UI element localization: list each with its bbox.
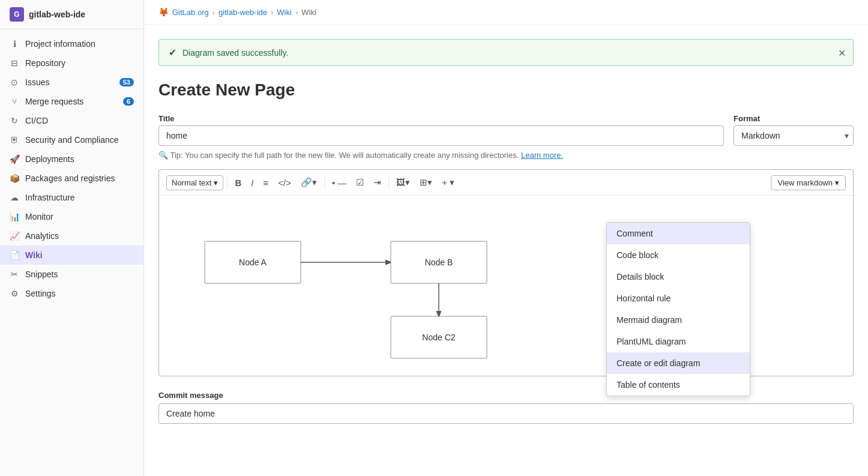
dropdown-item-plantuml-diagram[interactable]: PlantUML diagram (607, 331, 750, 352)
dropdown-item-create-edit-diagram[interactable]: Create or edit diagram (607, 352, 750, 374)
dropdown-item-mermaid-diagram[interactable]: Mermaid diagram (607, 309, 750, 331)
title-group: Title (158, 114, 724, 146)
view-markdown-label: View markdown (777, 178, 833, 187)
wiki-icon: 📄 (10, 250, 19, 260)
check-circle-icon: ✔ (169, 47, 176, 58)
sidebar-nav: ℹ Project information ⊟ Repository ⊙ Iss… (0, 29, 143, 308)
chevron-down-icon-2: ▾ (835, 178, 839, 187)
link-button[interactable]: 🔗▾ (297, 175, 321, 190)
sidebar-item-deployments[interactable]: 🚀 Deployments (0, 149, 143, 169)
deployments-icon: 🚀 (10, 154, 19, 164)
sidebar-item-issues[interactable]: ⊙ Issues 53 (0, 73, 143, 92)
image-button[interactable]: 🖼▾ (393, 175, 414, 190)
sidebar-item-security[interactable]: ⛨ Security and Compliance (0, 130, 143, 149)
dropdown-item-details-block[interactable]: Details block (607, 266, 750, 288)
sidebar-item-label-cicd: CI/CD (25, 116, 48, 125)
diagram-canvas: Node A Node B Node C2 (169, 205, 505, 361)
commit-input[interactable] (158, 403, 854, 424)
format-label: Format (734, 114, 854, 123)
breadcrumb-sep-2: › (271, 8, 273, 17)
sidebar-item-label-repository: Repository (25, 58, 65, 68)
checklist-button[interactable]: ☑ (352, 175, 367, 190)
sidebar-item-label-deployments: Deployments (25, 154, 74, 164)
breadcrumb-sep-1: › (212, 8, 215, 17)
sidebar-item-snippets[interactable]: ✂ Snippets (0, 265, 143, 284)
title-input[interactable] (158, 125, 724, 146)
view-markdown-button[interactable]: View markdown ▾ (771, 175, 846, 190)
page-content: ✔ Diagram saved successfully. ✕ Create N… (144, 25, 868, 476)
dropdown-item-code-block[interactable]: Code block (607, 244, 750, 266)
learn-more-link[interactable]: Learn more. (521, 151, 563, 160)
sidebar-item-packages[interactable]: 📦 Packages and registries (0, 169, 143, 188)
sidebar-item-label-merge-requests: Merge requests (25, 97, 83, 106)
sidebar-item-infrastructure[interactable]: ☁ Infrastructure (0, 188, 143, 207)
sidebar-item-label-security: Security and Compliance (25, 135, 119, 145)
plus-button[interactable]: + ▾ (438, 175, 458, 190)
sidebar-item-label-issues: Issues (25, 77, 49, 87)
breadcrumb-current: Wiki (301, 8, 316, 17)
alert-message: Diagram saved successfully. (182, 48, 288, 58)
merge-icon: ⑂ (10, 97, 19, 106)
toolbar-separator-2 (324, 176, 325, 188)
format-select[interactable]: Markdown AsciiDoc RDoc (734, 125, 854, 146)
format-group: Format Markdown AsciiDoc RDoc ▾ (734, 114, 854, 146)
bold-button[interactable]: B (231, 175, 245, 190)
sidebar-item-analytics[interactable]: 📈 Analytics (0, 226, 143, 246)
toolbar-separator-1 (227, 176, 228, 188)
sidebar-header: G gitlab-web-ide (0, 0, 143, 29)
insert-dropdown-menu: CommentCode blockDetails blockHorizontal… (606, 222, 750, 396)
dropdown-item-comment[interactable]: Comment (607, 223, 750, 244)
sidebar-item-settings[interactable]: ⚙ Settings (0, 284, 143, 303)
sidebar-item-label-project-info: Project information (25, 39, 95, 49)
sidebar-item-label-monitor: Monitor (25, 212, 53, 221)
unordered-list-button[interactable]: • — (328, 175, 350, 190)
breadcrumb-project[interactable]: gitlab-web-ide (219, 8, 267, 17)
svg-text:Node A: Node A (239, 258, 267, 267)
breadcrumb-section[interactable]: Wiki (277, 8, 292, 17)
table-button[interactable]: ⊞▾ (416, 175, 436, 190)
form-section: Title Format Markdown AsciiDoc RDoc ▾ (158, 114, 854, 160)
sidebar-item-wiki[interactable]: 📄 Wiki (0, 246, 143, 265)
info-circle-icon: ℹ (10, 39, 19, 49)
packages-icon: 📦 (10, 173, 19, 183)
project-avatar: G (10, 7, 24, 22)
alert-close-button[interactable]: ✕ (838, 47, 846, 58)
dropdown-item-table-of-contents[interactable]: Table of contents (607, 374, 750, 396)
indent-button[interactable]: ⇥ (370, 175, 385, 190)
breadcrumb-gitlab[interactable]: GitLab.org (172, 8, 209, 17)
infrastructure-icon: ☁ (10, 193, 19, 202)
breadcrumb: 🦊 GitLab.org › gitlab-web-ide › Wiki › W… (144, 0, 868, 25)
sidebar-item-cicd[interactable]: ↻ CI/CD (0, 111, 143, 130)
monitor-icon: 📊 (10, 212, 19, 221)
gitlab-logo-icon: 🦊 (158, 7, 169, 17)
editor-toolbar: Normal text ▾ B I ≡ </> 🔗▾ • — ☑ ⇥ 🖼▾ ⊞▾… (159, 170, 853, 196)
italic-button[interactable]: I (247, 175, 257, 190)
sidebar-item-repository[interactable]: ⊟ Repository (0, 53, 143, 73)
text-style-button[interactable]: Normal text ▾ (166, 175, 223, 190)
code-button[interactable]: </> (274, 175, 295, 190)
main-content: 🦊 GitLab.org › gitlab-web-ide › Wiki › W… (144, 0, 868, 476)
toolbar-separator-3 (388, 176, 389, 188)
sidebar-item-project-info[interactable]: ℹ Project information (0, 34, 143, 53)
sidebar-item-merge-requests[interactable]: ⑂ Merge requests 6 (0, 92, 143, 111)
dropdown-item-horizontal-rule[interactable]: Horizontal rule (607, 288, 750, 309)
format-select-wrapper: Markdown AsciiDoc RDoc ▾ (734, 125, 854, 146)
ordered-list-button[interactable]: ≡ (259, 175, 272, 190)
badge-issues: 53 (119, 78, 134, 86)
settings-icon: ⚙ (10, 289, 19, 298)
sidebar-item-monitor[interactable]: 📊 Monitor (0, 207, 143, 226)
breadcrumb-sep-3: › (295, 8, 298, 17)
repo-icon: ⊟ (10, 58, 19, 68)
analytics-icon: 📈 (10, 231, 19, 241)
text-style-label: Normal text (172, 178, 211, 187)
title-format-row: Title Format Markdown AsciiDoc RDoc ▾ (158, 114, 854, 146)
svg-text:Node C2: Node C2 (422, 333, 455, 342)
shield-icon: ⛨ (10, 135, 19, 145)
badge-merge-requests: 6 (123, 97, 134, 106)
sidebar: G gitlab-web-ide ℹ Project information ⊟… (0, 0, 144, 476)
sidebar-item-label-packages: Packages and registries (25, 173, 115, 183)
sidebar-item-label-infrastructure: Infrastructure (25, 193, 74, 202)
issues-icon: ⊙ (10, 77, 19, 87)
project-name: gitlab-web-ide (29, 10, 85, 19)
success-alert: ✔ Diagram saved successfully. ✕ (158, 39, 854, 66)
